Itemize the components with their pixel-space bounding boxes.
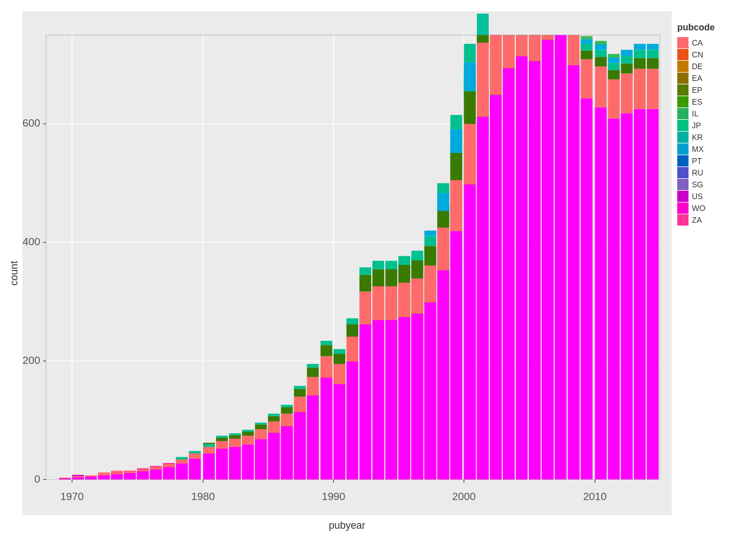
svg-rect-213 bbox=[385, 286, 397, 320]
svg-rect-206 bbox=[359, 275, 371, 292]
svg-text:2010: 2010 bbox=[583, 490, 607, 502]
svg-rect-162 bbox=[216, 438, 228, 441]
legend-swatch-il bbox=[677, 108, 688, 119]
svg-rect-199 bbox=[334, 349, 345, 354]
legend-item-kr: KR bbox=[677, 132, 745, 143]
svg-rect-270 bbox=[595, 44, 607, 50]
svg-rect-142 bbox=[124, 473, 136, 480]
svg-rect-236 bbox=[451, 153, 462, 180]
legend-item-mx: MX bbox=[677, 143, 745, 155]
svg-rect-180 bbox=[281, 426, 293, 480]
svg-area: 0 200 400 600 1970 1980 bbox=[22, 11, 672, 515]
svg-rect-200 bbox=[346, 362, 358, 480]
legend-item-jp: JP bbox=[677, 120, 745, 131]
svg-rect-249 bbox=[503, 68, 515, 479]
chart-wrapper: count bbox=[6, 11, 750, 529]
svg-rect-254 bbox=[529, 35, 541, 61]
svg-rect-282 bbox=[621, 50, 633, 56]
svg-rect-225 bbox=[424, 266, 436, 302]
svg-rect-208 bbox=[372, 320, 384, 479]
svg-rect-262 bbox=[580, 51, 592, 60]
svg-text:1990: 1990 bbox=[322, 490, 345, 502]
svg-rect-141 bbox=[111, 472, 123, 474]
svg-rect-251 bbox=[516, 56, 528, 479]
svg-rect-148 bbox=[163, 467, 175, 479]
svg-rect-174 bbox=[255, 424, 267, 429]
svg-rect-255 bbox=[542, 40, 554, 480]
legend-label-us: US bbox=[692, 192, 703, 201]
svg-rect-248 bbox=[490, 35, 502, 94]
legend-item-wo: WO bbox=[677, 202, 745, 214]
svg-rect-154 bbox=[189, 453, 201, 458]
svg-rect-222 bbox=[411, 260, 423, 279]
svg-rect-188 bbox=[307, 395, 319, 480]
svg-rect-260 bbox=[580, 98, 592, 480]
svg-rect-221 bbox=[411, 278, 423, 313]
svg-text:1970: 1970 bbox=[60, 490, 84, 502]
legend-label-cn: CN bbox=[692, 50, 703, 59]
svg-rect-234 bbox=[451, 231, 462, 480]
svg-rect-197 bbox=[334, 364, 345, 384]
legend-item-es: ES bbox=[677, 96, 745, 107]
svg-rect-159 bbox=[203, 443, 215, 444]
legend-item-sg: SG bbox=[677, 179, 745, 190]
svg-rect-167 bbox=[229, 433, 241, 435]
svg-rect-181 bbox=[281, 414, 293, 426]
svg-rect-298 bbox=[464, 44, 476, 62]
svg-rect-185 bbox=[294, 397, 306, 412]
svg-rect-276 bbox=[608, 57, 620, 62]
legend-label-es: ES bbox=[692, 97, 703, 106]
svg-rect-140 bbox=[111, 474, 123, 479]
legend-item-cn: CN bbox=[677, 49, 745, 60]
legend-label-ea: EA bbox=[692, 74, 703, 83]
svg-rect-149 bbox=[163, 464, 175, 467]
svg-rect-296 bbox=[451, 115, 462, 129]
svg-rect-134 bbox=[72, 477, 84, 479]
chart-area: count bbox=[6, 11, 672, 529]
svg-rect-241 bbox=[464, 91, 476, 124]
svg-rect-263 bbox=[580, 44, 592, 51]
svg-rect-267 bbox=[595, 66, 607, 107]
svg-rect-252 bbox=[516, 35, 528, 56]
legend-label-de: DE bbox=[692, 62, 703, 71]
svg-rect-144 bbox=[137, 471, 149, 480]
svg-rect-201 bbox=[346, 337, 358, 362]
legend-label-jp: JP bbox=[692, 121, 701, 130]
svg-rect-135 bbox=[72, 476, 84, 477]
svg-rect-184 bbox=[294, 412, 306, 479]
svg-rect-194 bbox=[321, 345, 332, 356]
svg-rect-152 bbox=[176, 458, 188, 460]
svg-rect-212 bbox=[385, 320, 397, 479]
svg-rect-230 bbox=[438, 228, 449, 271]
svg-rect-155 bbox=[189, 451, 201, 453]
svg-text:1980: 1980 bbox=[191, 490, 215, 502]
legend-label-pt: PT bbox=[692, 156, 702, 165]
svg-rect-268 bbox=[595, 57, 607, 66]
svg-rect-235 bbox=[451, 180, 462, 231]
svg-rect-281 bbox=[621, 56, 633, 64]
svg-rect-183 bbox=[281, 405, 293, 407]
svg-rect-173 bbox=[255, 429, 267, 439]
svg-rect-211 bbox=[372, 261, 384, 269]
svg-rect-139 bbox=[98, 474, 110, 475]
svg-rect-269 bbox=[595, 50, 607, 57]
legend-label-ca: CA bbox=[692, 38, 703, 47]
svg-rect-273 bbox=[608, 79, 620, 119]
svg-rect-35 bbox=[111, 471, 123, 472]
chart-container: count bbox=[0, 0, 756, 540]
svg-rect-246 bbox=[477, 35, 489, 43]
svg-rect-217 bbox=[398, 283, 410, 317]
svg-rect-195 bbox=[321, 341, 332, 345]
svg-rect-143 bbox=[124, 471, 136, 473]
svg-rect-170 bbox=[242, 431, 254, 435]
svg-text:600: 600 bbox=[22, 117, 40, 129]
svg-rect-297 bbox=[464, 62, 476, 91]
svg-text:400: 400 bbox=[22, 236, 40, 248]
svg-rect-177 bbox=[268, 421, 280, 433]
svg-rect-245 bbox=[477, 43, 489, 117]
svg-rect-214 bbox=[385, 269, 397, 286]
legend-swatch-es bbox=[677, 96, 688, 107]
svg-rect-160 bbox=[216, 449, 228, 480]
svg-rect-168 bbox=[242, 444, 254, 479]
svg-rect-176 bbox=[268, 433, 280, 479]
